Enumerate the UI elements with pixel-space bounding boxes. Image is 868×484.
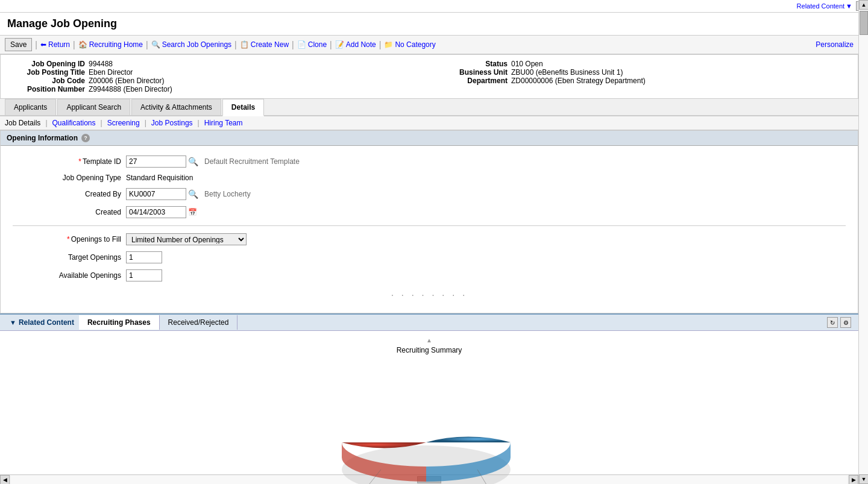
top-bar: Related Content ▼ ▦ [0,0,868,13]
opening-info-title: Opening Information [7,134,78,142]
create-icon: 📋 [240,40,249,49]
created-by-name: Betty Locherty [204,190,251,198]
sep6: | [330,40,332,49]
job-opening-type-value: Standard Requisition [126,174,193,182]
personalize-link[interactable]: Personalize [816,40,854,49]
triangle-icon: ▼ [10,319,16,326]
bottom-panel: ▼ Related Content Recruiting Phases Rece… [0,313,858,484]
bottom-tab-icons: ↻ ⚙ [825,315,854,330]
info-right: Status 010 Open Business Unit ZBU00 (eBe… [435,60,846,93]
scroll-left-btn[interactable]: ◀ [0,475,10,485]
job-opening-id-value: 994488 [89,60,113,68]
form-body: Template ID 🔍 Default Recruitment Templa… [1,146,858,313]
job-posting-title-row: Job Posting Title Eben Director [13,68,423,77]
scroll-thumb[interactable] [860,11,868,35]
scroll-right-btn[interactable]: ▶ [849,475,858,485]
openings-to-fill-select[interactable]: Limited Number of Openings Unlimited Ope… [126,233,247,245]
target-openings-row: Target Openings [13,251,846,263]
sub-tab-job-details[interactable]: Job Details [5,119,40,127]
sub-tab-job-postings[interactable]: Job Postings [151,119,193,127]
related-content-text: Related Content [797,2,845,10]
template-id-row: Template ID 🔍 Default Recruitment Templa… [13,156,846,168]
business-unit-label: Business Unit [435,68,508,77]
save-label: Save [10,40,27,49]
job-code-row: Job Code Z00006 (Eben Director) [13,77,423,85]
sub-tabs: Job Details | Qualifications | Screening… [0,116,858,130]
home-icon: 🏠 [78,40,87,49]
info-panel: Job Opening ID 994488 Job Posting Title … [0,54,858,99]
settings-button[interactable]: ⚙ [840,317,851,328]
position-number-value: Z9944888 (Eben Director) [89,85,172,93]
tab-applicant-search[interactable]: Applicant Search [57,99,130,115]
openings-to-fill-label: Openings to Fill [13,235,121,244]
related-content-link[interactable]: Related Content ▼ [797,2,852,10]
created-label: Created [13,208,121,216]
calendar-icon[interactable]: 📅 [188,208,197,216]
created-by-label: Created By [13,190,121,198]
created-by-row: Created By 🔍 Betty Locherty [13,188,846,200]
position-number-label: Position Number [13,85,85,93]
available-openings-input[interactable] [126,269,162,281]
return-label: Return [48,40,70,49]
recruiting-home-link[interactable]: 🏠 Recruiting Home [78,40,143,49]
template-description: Default Recruitment Template [204,157,300,166]
tab-applicants[interactable]: Applicants [5,99,56,115]
sep1: | [35,40,37,49]
created-by-search-icon[interactable]: 🔍 [188,189,198,199]
scroll-up-btn[interactable]: ▲ [859,0,868,10]
sub-tab-qualifications[interactable]: Qualifications [52,119,96,127]
sep7: | [379,40,382,49]
status-row: Status 010 Open [435,60,846,68]
note-icon: 📝 [335,40,344,49]
business-unit-value: ZBU00 (eBenefits Business Unit 1) [511,68,623,77]
no-category-label: No Category [395,40,435,49]
tab-activity-attachments[interactable]: Activity & Attachments [131,99,221,115]
template-id-search-icon[interactable]: 🔍 [188,157,198,166]
help-icon[interactable]: ? [81,134,90,142]
toolbar: Save | ⬅ Return | 🏠 Recruiting Home | 🔍 … [0,35,858,54]
chart-area: ▲ Recruiting Summary [0,331,858,484]
sep5: | [292,40,294,49]
return-link[interactable]: ⬅ Return [40,40,70,49]
category-icon: 📁 [384,40,393,49]
bottom-tab-received-rejected[interactable]: Received/Rejected [160,315,238,330]
target-openings-input[interactable] [126,251,162,263]
chart-title: Recruiting Summary [397,346,462,354]
sep4: | [234,40,237,49]
status-label: Status [435,60,508,68]
created-by-input[interactable] [126,188,186,200]
recruiting-home-label: Recruiting Home [89,40,143,49]
clone-link[interactable]: 📄 Clone [297,40,327,49]
main-tabs: Applicants Applicant Search Activity & A… [5,99,854,115]
right-scrollbar[interactable]: ▲ ▼ [858,0,868,484]
created-input[interactable] [126,206,186,218]
job-opening-type-row: Job Opening Type Standard Requisition [13,174,846,182]
create-new-label: Create New [251,40,289,49]
divider [13,225,846,226]
scroll-down-btn[interactable]: ▼ [859,474,868,484]
clone-label: Clone [308,40,327,49]
target-openings-label: Target Openings [13,253,121,262]
dots-row: · · · · · · · · [13,288,846,303]
template-id-input[interactable] [126,156,186,168]
sub-tab-hiring-team[interactable]: Hiring Team [204,119,243,127]
pie-chart: Hold Hire [321,364,538,484]
available-openings-row: Available Openings [13,269,846,281]
tab-details[interactable]: Details [222,99,264,116]
save-button[interactable]: Save [5,38,32,51]
sub-tab-screening[interactable]: Screening [107,119,140,127]
scroll-indicator: ▲ [426,337,432,344]
main-tabs-container: Applicants Applicant Search Activity & A… [0,99,858,116]
search-job-openings-link[interactable]: 🔍 Search Job Openings [151,40,231,49]
bottom-tab-recruiting-phases[interactable]: Recruiting Phases [79,315,160,330]
scroll-track [859,10,868,474]
search-icon: 🔍 [151,40,160,49]
status-value: 010 Open [511,60,543,68]
create-new-link[interactable]: 📋 Create New [240,40,289,49]
job-posting-title-value: Eben Director [89,68,133,77]
add-note-link[interactable]: 📝 Add Note [335,40,376,49]
refresh-button[interactable]: ↻ [827,317,838,328]
available-openings-label: Available Openings [13,271,121,280]
content-area: Opening Information ? Template ID 🔍 Defa… [0,130,858,313]
no-category-link[interactable]: 📁 No Category [384,40,435,49]
